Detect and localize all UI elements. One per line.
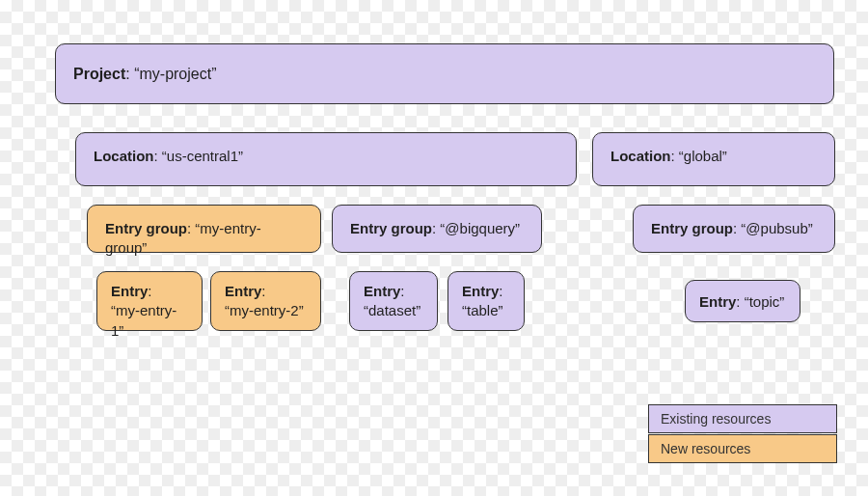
entry-group-3-value: “@pubsub” <box>741 220 812 236</box>
entry-3-label: Entry <box>364 283 400 299</box>
entry-group-3-box: Entry group: “@pubsub” <box>633 205 835 253</box>
location-1-label: Location <box>94 148 154 164</box>
entry-group-2-label: Entry group <box>350 220 432 236</box>
legend-existing: Existing resources <box>648 404 837 433</box>
entry-2-label: Entry <box>225 283 261 299</box>
location-1-sep: : <box>154 148 162 164</box>
entry-4-label: Entry <box>462 283 499 299</box>
entry-5-value: “topic” <box>745 293 785 310</box>
entry-2-box: Entry: “my-entry-2” <box>210 271 321 331</box>
entry-4-value: “table” <box>462 302 503 318</box>
entry-1-sep: : <box>148 283 151 299</box>
project-label: Project <box>73 66 125 82</box>
location-2-sep: : <box>671 148 679 164</box>
location-2-value: “global” <box>679 148 727 164</box>
entry-5-label: Entry <box>699 293 736 310</box>
location-2-box: Location: “global” <box>592 132 835 186</box>
location-1-box: Location: “us-central1” <box>75 132 577 186</box>
entry-3-sep: : <box>400 283 404 299</box>
location-2-label: Location <box>610 148 671 164</box>
entry-5-sep: : <box>736 293 744 310</box>
entry-group-3-label: Entry group <box>651 220 733 236</box>
entry-2-value: “my-entry-2” <box>225 302 304 318</box>
entry-group-1-label: Entry group <box>105 220 187 236</box>
project-box: Project: “my-project” <box>55 43 834 104</box>
entry-5-box: Entry: “topic” <box>685 280 800 322</box>
entry-3-value: “dataset” <box>364 302 420 318</box>
entry-3-box: Entry: “dataset” <box>349 271 438 331</box>
entry-1-label: Entry <box>111 283 148 299</box>
entry-1-box: Entry: “my-entry-1” <box>96 271 203 331</box>
entry-group-2-value: “@bigquery” <box>440 220 520 236</box>
entry-2-sep: : <box>261 283 265 299</box>
entry-1-value: “my-entry-1” <box>111 302 176 338</box>
legend-new: New resources <box>648 434 837 463</box>
entry-4-box: Entry: “table” <box>448 271 525 331</box>
entry-group-2-box: Entry group: “@bigquery” <box>332 205 542 253</box>
project-value: “my-project” <box>134 66 216 82</box>
project-sep: : <box>125 66 134 82</box>
entry-4-sep: : <box>499 283 502 299</box>
location-1-value: “us-central1” <box>162 148 243 164</box>
entry-group-1-box: Entry group: “my-entry-group” <box>87 205 321 253</box>
